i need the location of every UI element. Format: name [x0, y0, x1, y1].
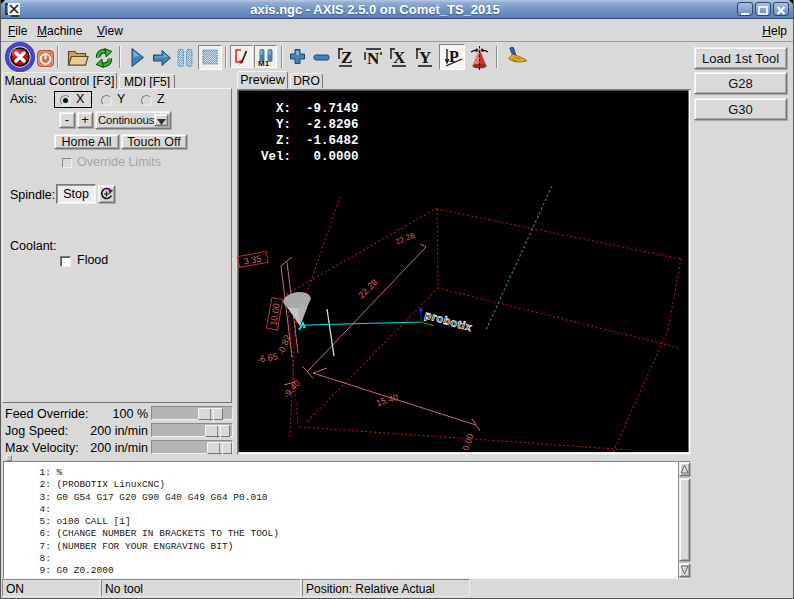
svg-text:Y: -2.8296: Y: -2.8296 — [261, 118, 359, 132]
svg-text:N: N — [367, 49, 380, 68]
svg-text:M1: M1 — [258, 59, 270, 67]
svg-text:Z: Z — [341, 48, 352, 67]
svg-text:X: -9.7149: X: -9.7149 — [261, 102, 359, 116]
svg-text:Vel: 0.0000: Vel: 0.0000 — [261, 150, 359, 164]
svg-text:X: X — [393, 48, 406, 67]
svg-text:Y: Y — [419, 48, 431, 67]
svg-text:Z: -1.6482: Z: -1.6482 — [261, 134, 359, 148]
